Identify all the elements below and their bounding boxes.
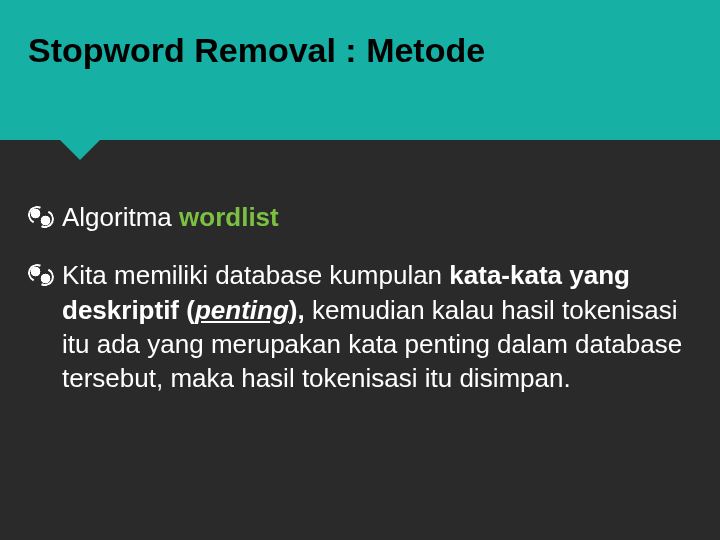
slide-body: Algoritma wordlist Kita memiliki databas… [0, 140, 720, 396]
bullet-text-lead: Algoritma [62, 202, 179, 232]
bullet-keyword: wordlist [179, 202, 279, 232]
bullet-item: Algoritma wordlist [28, 200, 692, 234]
slide-title: Stopword Removal : Metode [28, 30, 692, 71]
title-banner: Stopword Removal : Metode [0, 0, 720, 140]
swirl-bullet-icon [28, 264, 54, 284]
swirl-bullet-icon [28, 206, 54, 226]
slide: Stopword Removal : Metode Algoritma word… [0, 0, 720, 540]
bullet-italic: penting [195, 295, 289, 325]
bullet-item: Kita memiliki database kumpulan kata-kat… [28, 258, 692, 395]
bullet-bold2: ), [289, 295, 305, 325]
bullet-text-lead: Kita memiliki database kumpulan [62, 260, 449, 290]
